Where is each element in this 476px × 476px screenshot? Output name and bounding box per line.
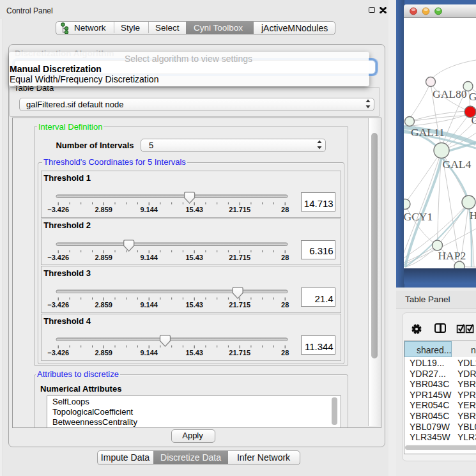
svg-text:21.715: 21.715: [229, 349, 250, 357]
svg-text:GCY1: GCY1: [404, 210, 433, 223]
svg-text:GAL4: GAL4: [469, 90, 476, 103]
svg-text:9.144: 9.144: [140, 253, 158, 261]
svg-text:HAP2: HAP2: [438, 249, 466, 262]
svg-text:21.715: 21.715: [229, 253, 250, 261]
svg-text:GAL80: GAL80: [433, 88, 467, 100]
svg-text:9.144: 9.144: [140, 301, 158, 309]
svg-text:2.859: 2.859: [95, 301, 112, 309]
svg-text:15.43: 15.43: [185, 206, 203, 213]
svg-text:15.43: 15.43: [185, 349, 203, 357]
svg-text:−3.426: −3.426: [47, 206, 69, 213]
svg-text:2.859: 2.859: [95, 206, 112, 213]
svg-text:21.715: 21.715: [229, 301, 250, 309]
svg-text:15.43: 15.43: [185, 253, 203, 261]
svg-text:28: 28: [281, 301, 289, 309]
svg-text:−3.426: −3.426: [47, 301, 69, 309]
svg-text:−3.426: −3.426: [47, 349, 69, 357]
svg-text:15.43: 15.43: [185, 301, 203, 309]
svg-text:2.859: 2.859: [95, 253, 112, 261]
svg-text:GAL4: GAL4: [443, 158, 472, 171]
svg-text:2.859: 2.859: [95, 349, 112, 357]
svg-text:−3.426: −3.426: [47, 253, 69, 261]
svg-text:GAL11: GAL11: [411, 126, 445, 139]
svg-text:28: 28: [281, 349, 289, 357]
svg-text:28: 28: [281, 206, 289, 213]
svg-text:9.144: 9.144: [140, 349, 158, 357]
svg-text:21.715: 21.715: [229, 206, 250, 213]
svg-text:28: 28: [281, 253, 289, 261]
svg-text:9.144: 9.144: [140, 206, 158, 213]
svg-text:CD: CD: [472, 114, 476, 127]
svg-text:HAP4: HAP4: [470, 209, 476, 222]
